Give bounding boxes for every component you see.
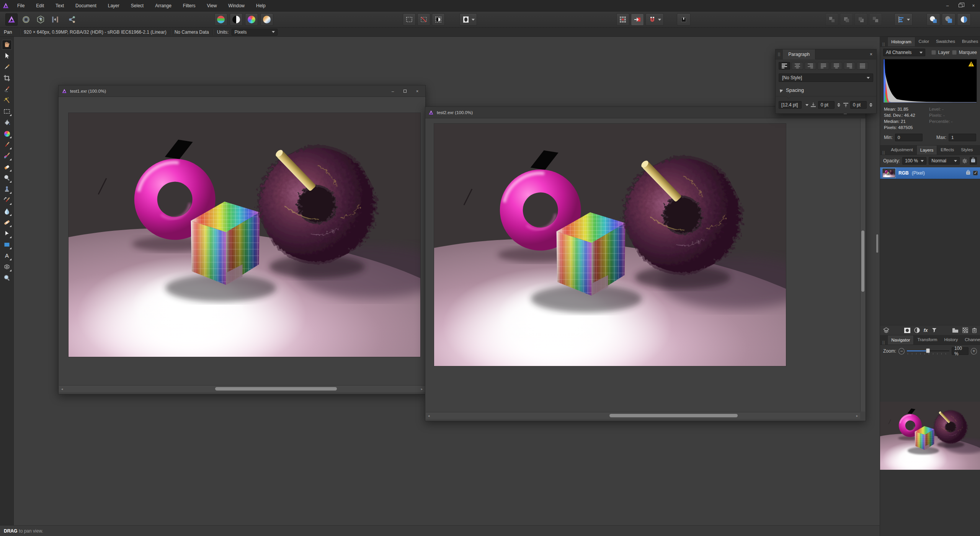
colour-replacement-brush-tool[interactable]	[2, 151, 12, 161]
justify-left-button[interactable]	[818, 62, 829, 70]
scroll-left-icon[interactable]: ◂	[426, 414, 432, 418]
doc-maximize-button[interactable]	[400, 87, 410, 95]
tab-histogram[interactable]: Histogram	[887, 37, 915, 46]
tab-transform[interactable]: Transform	[914, 335, 941, 345]
menu-layer[interactable]: Layer	[102, 0, 125, 11]
zoom-out-button[interactable]: −	[898, 348, 905, 355]
justify-center-button[interactable]	[831, 62, 842, 70]
tab-stock[interactable]: Stock	[977, 145, 980, 155]
auto-colour-button[interactable]	[245, 13, 258, 26]
vertical-scrollbar[interactable]	[860, 119, 865, 412]
channel-dropdown[interactable]: All Channels	[883, 49, 925, 56]
view-pan-tool[interactable]	[2, 40, 12, 50]
document-window-test1[interactable]: test1.exr (100.0%) – × ◂ ▸	[58, 85, 426, 394]
space-before-input[interactable]: 0 pt	[818, 101, 835, 109]
panel-grip[interactable]: ||	[880, 340, 887, 345]
boolean-add-button[interactable]	[926, 13, 940, 26]
space-after-input[interactable]: 0 pt	[850, 101, 867, 109]
new-layer-icon[interactable]	[962, 327, 968, 333]
horizontal-scrollbar[interactable]: ◂ ▸	[59, 385, 425, 392]
gradient-tool[interactable]	[2, 129, 12, 139]
arrange-front-button[interactable]	[869, 13, 882, 26]
arrange-forward-one-button[interactable]	[854, 13, 867, 26]
marquee-intersect-button[interactable]	[432, 13, 445, 26]
align-center-button[interactable]	[792, 62, 803, 70]
spacing-section-header[interactable]: Spacing	[776, 83, 876, 96]
quick-mask-dropdown-arrow[interactable]	[472, 19, 475, 21]
paint-brush-tool[interactable]	[2, 140, 12, 150]
flood-fill-tool[interactable]	[2, 118, 12, 127]
boolean-subtract-button[interactable]	[942, 13, 956, 26]
doc-close-button[interactable]: ×	[412, 87, 422, 95]
warning-icon[interactable]	[968, 61, 974, 67]
zoom-slider-thumb[interactable]	[926, 348, 930, 353]
marquee-tool[interactable]	[2, 106, 12, 116]
menu-document[interactable]: Document	[70, 0, 102, 11]
flood-select-tool[interactable]	[2, 95, 12, 105]
zoom-tool[interactable]	[2, 273, 12, 283]
doc-minimize-button[interactable]: –	[388, 87, 398, 95]
snapping-magnet-button[interactable]	[645, 13, 664, 26]
snapping-grid-button[interactable]	[616, 13, 629, 26]
delete-trash-icon[interactable]	[972, 327, 977, 333]
lock-button[interactable]	[970, 157, 977, 165]
tab-swatches[interactable]: Swatches	[933, 37, 959, 46]
export-persona-button[interactable]	[66, 13, 78, 26]
tab-brushes[interactable]: Brushes	[959, 37, 980, 46]
menu-edit[interactable]: Edit	[30, 0, 50, 11]
move-by-whole-pixels-button[interactable]	[631, 13, 644, 26]
app-close-button[interactable]: ×	[967, 0, 980, 11]
scrollbar-thumb[interactable]	[215, 387, 337, 391]
quick-mask-button[interactable]	[459, 13, 477, 26]
healing-brush-tool[interactable]	[2, 217, 12, 227]
align-right-button[interactable]	[805, 62, 816, 70]
node-tool[interactable]	[2, 229, 12, 239]
tab-effects[interactable]: Effects	[937, 145, 957, 155]
auto-levels-button[interactable]	[214, 13, 227, 26]
menu-select[interactable]: Select	[125, 0, 149, 11]
menu-help[interactable]: Help	[250, 0, 271, 11]
app-restore-button[interactable]	[954, 0, 967, 11]
layer-thumbnail[interactable]	[882, 168, 895, 178]
crop-tool[interactable]	[2, 73, 12, 83]
mesh-warp-tool[interactable]	[2, 262, 12, 272]
scrollbar-thumb[interactable]	[861, 230, 864, 292]
adjustment-layer-icon[interactable]	[914, 327, 920, 333]
panel-grip[interactable]: ||	[776, 52, 783, 56]
group-folder-icon[interactable]	[952, 328, 959, 333]
tab-adjustment[interactable]: Adjustment	[887, 145, 916, 155]
blend-mode-dropdown[interactable]: Normal	[929, 157, 959, 165]
tab-navigator[interactable]: Navigator	[887, 335, 914, 345]
colour-picker-tool[interactable]	[2, 62, 12, 72]
boolean-divide-button[interactable]	[957, 13, 971, 26]
navigator-preview[interactable]	[880, 402, 980, 470]
menu-file[interactable]: File	[11, 0, 30, 11]
alignment-dropdown-arrow[interactable]	[907, 19, 910, 21]
paragraph-style-dropdown[interactable]: [No Style]	[779, 74, 873, 82]
zoom-slider[interactable]	[907, 348, 949, 355]
scroll-left-icon[interactable]: ◂	[59, 387, 65, 391]
move-tool[interactable]	[2, 51, 12, 61]
undo-brush-tool[interactable]	[2, 195, 12, 205]
layer-stack-icon[interactable]	[883, 327, 889, 333]
layer-row-rgb[interactable]: RGB (Pixel)	[880, 167, 980, 179]
selection-brush-tool[interactable]	[2, 84, 12, 94]
arrange-back-button[interactable]	[825, 13, 838, 26]
layers-list-empty-area[interactable]	[880, 179, 980, 325]
document-titlebar-test1[interactable]: test1.exr (100.0%) – ×	[59, 85, 425, 97]
auto-contrast-button[interactable]	[230, 13, 243, 26]
leading-dropdown[interactable]: [12.4 pt]	[779, 101, 802, 109]
panel-grip[interactable]: ||	[880, 42, 887, 46]
scrollbar-thumb[interactable]	[609, 414, 738, 417]
panel-grip[interactable]: ||	[880, 150, 887, 155]
align-left-button[interactable]	[779, 62, 790, 70]
menu-arrange[interactable]: Arrange	[149, 0, 177, 11]
tab-history[interactable]: History	[941, 335, 961, 345]
space-before-stepper[interactable]	[836, 103, 841, 107]
histogram-display[interactable]	[883, 59, 977, 103]
marquee-subtract-button[interactable]	[417, 13, 430, 26]
tab-layers[interactable]: Layers	[916, 145, 938, 155]
min-input[interactable]	[895, 134, 923, 141]
chevron-down-icon[interactable]	[805, 104, 808, 106]
marquee-checkbox[interactable]	[952, 50, 957, 55]
